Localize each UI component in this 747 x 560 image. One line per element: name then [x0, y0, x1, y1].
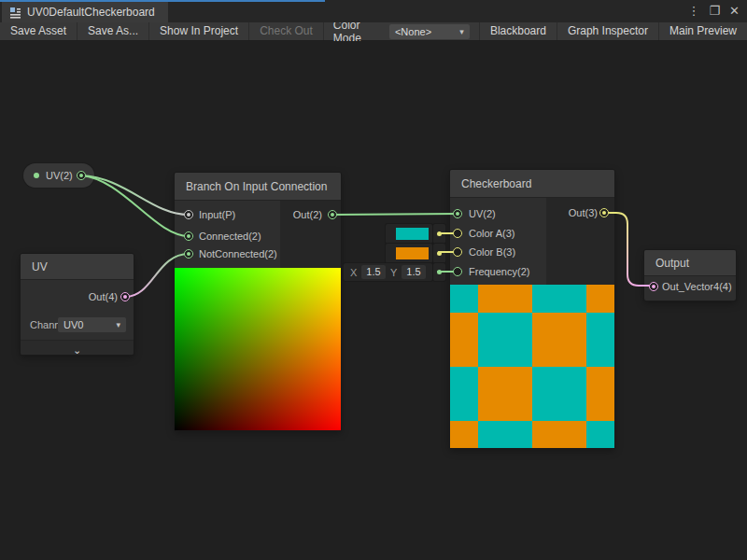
color-mode-value: <None>	[395, 26, 459, 37]
chevron-down-icon: ▾	[116, 320, 120, 329]
node-output[interactable]: Output Out_Vector4(4)	[644, 250, 736, 301]
port-label-uv2: UV(2)	[469, 207, 496, 220]
port-checkerboard-color-a[interactable]	[453, 229, 462, 238]
graph-canvas[interactable]: UV(2) Branch On Input Connection Input(P…	[0, 41, 747, 560]
port-dot-icon	[437, 270, 442, 274]
port-label-out4: Out(4)	[89, 290, 118, 303]
color-b-swatch[interactable]	[396, 247, 429, 259]
port-label-input-p: Input(P)	[199, 208, 235, 221]
save-asset-button[interactable]: Save Asset	[0, 22, 78, 40]
channel-value: UV0	[63, 319, 116, 330]
port-uv-out4[interactable]	[120, 292, 130, 301]
port-dot-icon	[437, 231, 442, 236]
port-label-out-vector4: Out_Vector4(4)	[662, 280, 732, 293]
port-label-color-b: Color B(3)	[469, 245, 515, 259]
frequency-field: X 1.5 Y 1.5	[344, 263, 432, 281]
chevron-down-icon: ⌄	[73, 344, 81, 356]
node-title: Branch On Input Connection	[186, 180, 327, 193]
port-label-notconnected: NotConnected(2)	[199, 247, 277, 260]
port-uvpill-out[interactable]	[77, 171, 86, 180]
save-as-button[interactable]: Save As...	[78, 22, 149, 40]
port-branch-input-p[interactable]	[184, 210, 193, 219]
port-checkerboard-out3[interactable]	[599, 208, 609, 217]
color-a-field[interactable]	[386, 224, 432, 244]
window-menu-icon[interactable]: ⋮	[687, 0, 699, 22]
port-branch-connected[interactable]	[184, 231, 193, 241]
node-title: Checkerboard	[461, 177, 531, 190]
window-close-icon[interactable]: ✕	[729, 0, 740, 22]
frequency-y-input[interactable]: 1.5	[402, 265, 426, 279]
checkerboard-preview	[450, 285, 614, 448]
tab-title: UV0DefaultCheckerboard	[27, 6, 155, 19]
frequency-x-input[interactable]: 1.5	[361, 265, 386, 279]
shadergraph-asset-icon	[9, 7, 21, 19]
color-a-stub-port	[433, 224, 445, 244]
port-label-out2: Out(2)	[293, 208, 322, 221]
edge-uvpill-to-input	[81, 175, 189, 215]
color-mode-dropdown[interactable]: <None> ▾	[389, 24, 470, 39]
port-label-out3: Out(3)	[569, 206, 598, 219]
shader-graph-window: UV0DefaultCheckerboard ⋮ ❐ ✕ Save Asset …	[0, 0, 747, 560]
port-checkerboard-uv2[interactable]	[453, 209, 462, 218]
color-b-stub-port	[433, 244, 445, 263]
main-preview-toggle-button[interactable]: Main Preview	[658, 22, 747, 40]
channel-dropdown[interactable]: UV0 ▾	[58, 317, 126, 332]
port-label-connected: Connected(2)	[199, 230, 261, 243]
node-title-bar[interactable]: Branch On Input Connection	[175, 173, 341, 201]
preview-dot-icon	[34, 173, 39, 178]
port-dot-icon	[437, 251, 442, 256]
frequency-stub-port	[433, 263, 445, 281]
graph-toolbar: Save Asset Save As... Show In Project Ch…	[0, 22, 747, 41]
check-out-button: Check Out	[249, 22, 324, 40]
port-branch-out2[interactable]	[328, 210, 337, 219]
tab-bar: UV0DefaultCheckerboard ⋮ ❐ ✕	[0, 0, 747, 22]
uv-gradient-preview	[175, 268, 341, 430]
node-title: UV	[32, 260, 48, 273]
node-branch-on-input-connection[interactable]: Branch On Input Connection Input(P) Conn…	[175, 173, 341, 430]
port-label-color-a: Color A(3)	[469, 227, 515, 240]
collapse-footer[interactable]: ⌄	[21, 340, 134, 355]
y-axis-label: Y	[390, 267, 397, 278]
show-in-project-button[interactable]: Show In Project	[149, 22, 249, 40]
color-b-field[interactable]	[386, 244, 432, 263]
window-maximize-icon[interactable]: ❐	[709, 0, 720, 22]
port-label-frequency: Frequency(2)	[469, 265, 529, 278]
x-axis-label: X	[350, 267, 357, 278]
pill-label: UV(2)	[46, 163, 73, 188]
node-title-bar[interactable]: Checkerboard	[450, 170, 614, 198]
edge-uvpill-to-connected	[81, 175, 189, 236]
node-title-bar[interactable]: Output	[644, 250, 736, 276]
node-title-bar[interactable]: UV	[21, 254, 134, 280]
port-output-out-vector4[interactable]	[649, 282, 658, 291]
edge-out2-to-uv2	[332, 214, 458, 215]
port-checkerboard-color-b[interactable]	[453, 247, 462, 257]
color-a-swatch[interactable]	[396, 228, 429, 240]
blackboard-toggle-button[interactable]: Blackboard	[479, 22, 557, 40]
node-checkerboard[interactable]: Checkerboard UV(2) Color A(3) Color B(3)…	[450, 170, 614, 448]
chevron-down-icon: ▾	[459, 27, 464, 36]
node-uv[interactable]: UV Out(4) Channe UV0 ▾ ⌄	[21, 254, 134, 355]
node-title: Output	[655, 257, 689, 270]
port-checkerboard-frequency[interactable]	[453, 267, 462, 276]
port-branch-notconnected[interactable]	[184, 249, 193, 259]
graph-inspector-toggle-button[interactable]: Graph Inspector	[557, 22, 658, 40]
tab-uv0defaultcheckerboard[interactable]: UV0DefaultCheckerboard	[2, 2, 168, 22]
